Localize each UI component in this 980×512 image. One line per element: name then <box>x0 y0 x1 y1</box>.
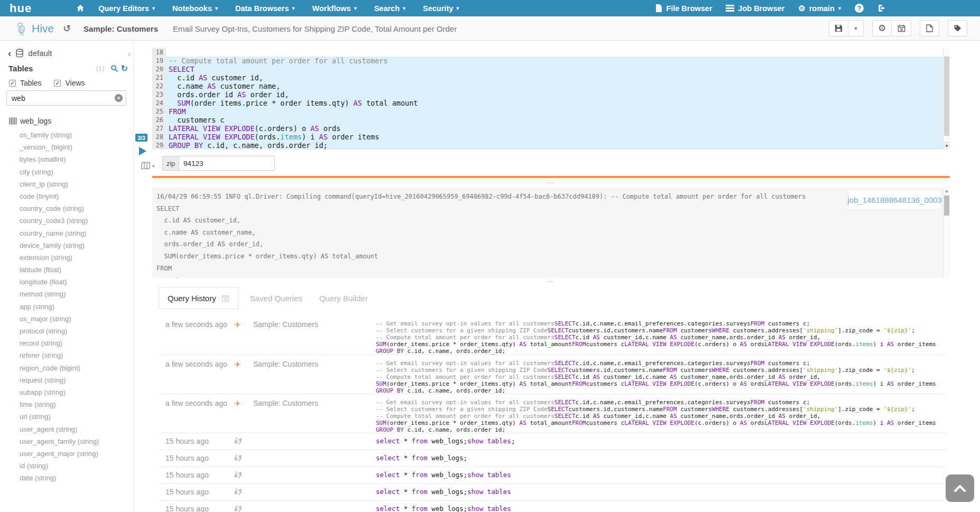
code-line[interactable]: 22 c.name AS customer_name, <box>152 82 950 90</box>
tab-query-history[interactable]: Query History <box>159 287 238 309</box>
settings-button[interactable]: ⚙ <box>872 20 892 36</box>
column-item[interactable]: country_code (string) <box>20 202 133 215</box>
menu-security[interactable]: Security▾ <box>423 4 459 13</box>
column-item[interactable]: request (string) <box>20 374 133 386</box>
tab-saved-queries[interactable]: Saved Queries <box>242 287 311 309</box>
column-item[interactable]: app (string) <box>20 301 133 313</box>
file-browser-link[interactable]: File Browser <box>655 4 712 13</box>
history-row[interactable]: a few seconds ago✈Sample: Customers-- Ge… <box>159 355 946 394</box>
scroll-to-top-button[interactable] <box>946 474 974 502</box>
code-line[interactable]: 28LATERAL VIEW EXPLODE(ords.items) i AS … <box>152 133 950 141</box>
table-item-web-logs[interactable]: web_logs <box>9 117 51 125</box>
history-row[interactable]: 15 hours ago select * from web_logs; <box>159 450 946 467</box>
code-line[interactable]: 26 customers c <box>152 116 950 124</box>
column-item[interactable]: subapp (string) <box>20 386 133 398</box>
clear-search-button[interactable]: ✕ <box>115 94 123 102</box>
history-row[interactable]: 15 hours ago select * from web_logs;show… <box>159 433 946 450</box>
column-item[interactable]: region_code (bigint) <box>20 362 133 374</box>
code-line[interactable]: 27LATERAL VIEW EXPLODE(c.orders) o AS or… <box>152 124 950 133</box>
menu-notebooks[interactable]: Notebooks▾ <box>172 4 218 13</box>
menu-search[interactable]: Search▾ <box>374 4 405 13</box>
column-item[interactable]: user_agent_major (string) <box>20 448 133 460</box>
scrollbar-thumb[interactable] <box>944 196 949 216</box>
user-menu[interactable]: ⚙ romain ▾ <box>798 4 841 13</box>
filter-views-checkbox[interactable]: ✓ Views <box>54 79 85 87</box>
sql-token: -- Compute total amount per order for al… <box>376 374 554 380</box>
column-item[interactable]: record (string) <box>20 337 133 349</box>
database-name[interactable]: default <box>28 49 52 58</box>
column-item[interactable]: code (tinyint) <box>20 190 133 202</box>
minimap-button[interactable]: ▾ <box>141 162 155 170</box>
code-line[interactable]: 19-- Compute total amount per order for … <box>152 57 950 65</box>
column-item[interactable]: user_agent (string) <box>20 423 133 435</box>
history-row[interactable]: 15 hours ago select * from web_logs;show… <box>159 483 946 500</box>
menu-data-browsers[interactable]: Data Browsers▾ <box>235 4 295 13</box>
menu-query-editors[interactable]: Query Editors▾ <box>98 4 155 13</box>
column-item[interactable]: os_family (string) <box>20 129 133 141</box>
history-row[interactable]: 15 hours ago select * from web_logs;show… <box>159 500 946 512</box>
job-browser-link[interactable]: Job Browser <box>726 4 784 13</box>
scroll-up-arrow[interactable]: ▲ <box>944 188 950 194</box>
save-dropdown-button[interactable]: ▾ <box>848 20 864 36</box>
column-item[interactable]: client_ip (string) <box>20 178 133 190</box>
column-item[interactable]: id (string) <box>20 460 133 472</box>
column-item[interactable]: date (string) <box>20 472 133 484</box>
code-line[interactable]: 25FROM <box>152 107 950 116</box>
logout-button[interactable] <box>877 4 886 12</box>
column-item[interactable]: _version_ (bigint) <box>20 141 133 153</box>
resize-handle[interactable]: ⋯ <box>152 280 950 285</box>
query-history-icon[interactable]: ↺ <box>63 23 71 34</box>
collapse-sidebar-button[interactable]: ‹ <box>128 48 131 60</box>
column-item[interactable]: longitude (float) <box>20 276 133 288</box>
scrollbar-thumb[interactable] <box>944 57 949 136</box>
history-row[interactable]: a few seconds ago✈Sample: Customers-- Ge… <box>159 315 946 355</box>
schedule-button[interactable] <box>892 20 911 36</box>
line-number: 19 <box>152 57 166 65</box>
column-item[interactable]: extension (string) <box>20 252 133 264</box>
column-item[interactable]: protocol (string) <box>20 325 133 337</box>
menu-workflows[interactable]: Workflows▾ <box>312 4 357 13</box>
code-line[interactable]: 21 c.id AS customer_id, <box>152 73 950 82</box>
filter-tables-checkbox[interactable]: ✓ Tables <box>9 79 41 87</box>
code-line[interactable]: 24 SUM(order_items.price * order_items.q… <box>152 99 950 107</box>
column-item[interactable]: country_code3 (string) <box>20 215 133 227</box>
hue-logo[interactable]: hue <box>10 2 32 15</box>
column-item[interactable]: latitude (float) <box>20 264 133 276</box>
refresh-button[interactable]: ↻ <box>121 64 128 73</box>
scroll-down-arrow[interactable]: ▼ <box>944 142 950 150</box>
column-item[interactable]: time (string) <box>20 398 133 411</box>
column-item[interactable]: user_agent_family (string) <box>20 435 133 448</box>
code-line[interactable]: 18 <box>152 48 950 57</box>
sql-code-editor[interactable]: 1819-- Compute total amount per order fo… <box>152 48 950 150</box>
save-button[interactable] <box>829 20 848 36</box>
resize-handle[interactable]: ⋯ <box>152 181 950 186</box>
tab-query-builder[interactable]: Query Builder <box>311 287 376 309</box>
variable-value-input[interactable] <box>179 156 275 171</box>
column-item[interactable]: referer (string) <box>20 349 133 361</box>
back-button[interactable]: ‹ <box>8 48 11 58</box>
column-item[interactable]: device_family (string) <box>20 239 133 252</box>
history-row[interactable]: a few seconds ago✈Sample: Customers-- Ge… <box>159 394 946 433</box>
column-item[interactable]: method (string) <box>20 288 133 300</box>
editor-scrollbar[interactable]: ▼ <box>943 48 950 150</box>
history-row[interactable]: 15 hours ago select * from web_logs;show… <box>159 467 946 483</box>
job-link[interactable]: job_1461888648136_0003 <box>847 196 942 204</box>
new-query-button[interactable] <box>920 20 939 36</box>
table-search-input[interactable] <box>6 90 126 106</box>
column-item[interactable]: bytes (smallint) <box>20 153 133 165</box>
column-item[interactable]: country_name (string) <box>20 227 133 239</box>
search-toggle-button[interactable] <box>110 64 118 72</box>
code-line[interactable]: 23 ords.order_id AS order_id, <box>152 90 950 99</box>
help-button[interactable]: ? <box>855 4 864 13</box>
log-scrollbar[interactable]: ▲ <box>943 188 950 278</box>
code-line[interactable]: 20SELECT <box>152 65 950 73</box>
column-item[interactable]: os_major (string) <box>20 313 133 325</box>
sql-token: AS <box>237 90 246 99</box>
column-item[interactable]: url (string) <box>20 411 133 423</box>
tags-button[interactable] <box>948 20 967 36</box>
execute-button[interactable] <box>139 147 146 155</box>
sql-line: GROUP BY c.id, c.name, ords.order_id; <box>376 387 946 394</box>
home-button[interactable] <box>76 4 85 12</box>
column-item[interactable]: city (string) <box>20 166 133 178</box>
code-line[interactable]: 29GROUP BY c.id, c.name, ords.order_id; <box>152 141 950 150</box>
